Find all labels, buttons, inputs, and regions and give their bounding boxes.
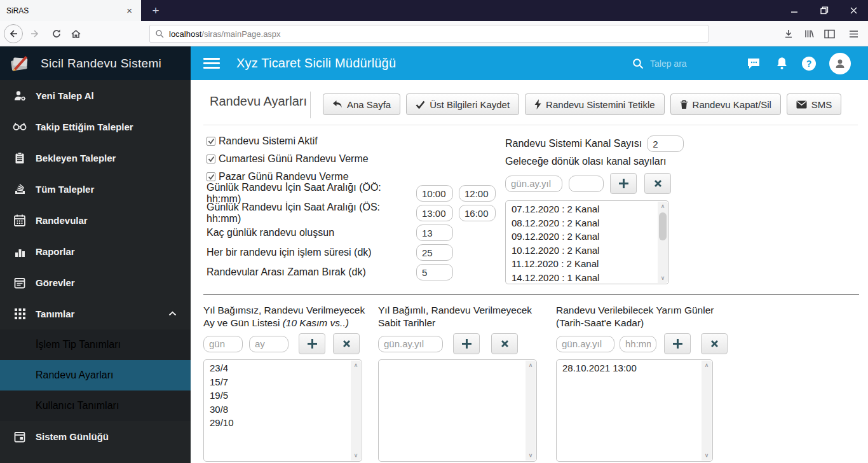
list-item[interactable]: 11.12.2020 : 2 Kanal [506, 257, 657, 271]
list-item[interactable]: 09.12.2020 : 2 Kanal [506, 230, 657, 244]
morning-start-input[interactable] [416, 185, 453, 202]
close-delete-appointment-button[interactable]: Randevu Kapat/Sil [670, 93, 781, 115]
browser-tab[interactable]: SiRAS × [0, 0, 141, 21]
sidebar-subitem-randevu-ayarlari[interactable]: Randevu Ayarları [0, 360, 191, 390]
scrollbar[interactable]: ∧ ∨ [526, 361, 536, 460]
checkbox-icon[interactable] [207, 172, 215, 181]
scrollbar[interactable]: ∧ ∨ [702, 361, 712, 460]
sms-button[interactable]: SMS [787, 93, 842, 115]
restore-button[interactable] [810, 0, 839, 21]
scroll-up-icon[interactable]: ∧ [658, 202, 668, 211]
save-header-button[interactable]: Üst Bilgileri Kaydet [406, 93, 519, 115]
list-item[interactable]: 23/4 [204, 361, 350, 375]
checkbox-row-saturday[interactable]: Cumartesi Günü Randevu Verme [207, 152, 369, 166]
url-bar[interactable]: localhost/siras/mainPage.aspx [149, 25, 709, 43]
col1-month-input[interactable] [249, 336, 288, 352]
scroll-up-icon[interactable]: ∧ [702, 361, 712, 370]
menu-hamburger-icon[interactable] [845, 25, 862, 42]
col2-clear-button[interactable] [491, 333, 518, 354]
col3-listbox[interactable]: 28.10.2021 13:00 ∧ ∨ [556, 359, 713, 462]
sidebar-subitem-kullanici[interactable]: Kullanıcı Tanımları [0, 390, 191, 421]
new-tab-button[interactable]: + [145, 0, 166, 21]
checkbox-icon[interactable] [207, 155, 215, 163]
scroll-down-icon[interactable]: ∨ [351, 451, 361, 460]
channel-add-button[interactable] [610, 173, 637, 194]
scrollbar[interactable]: ∧ ∨ [658, 202, 668, 283]
channel-date-input[interactable] [505, 176, 562, 192]
home-page-button[interactable]: Ana Sayfa [323, 93, 400, 115]
col3-clear-button[interactable] [701, 333, 728, 354]
sidebar-item-gorevler[interactable]: Görevler [0, 267, 191, 298]
days-count-input[interactable] [416, 225, 453, 241]
list-item[interactable]: 30/8 [204, 403, 350, 417]
channel-count-row: Randevu Sistemi Kanal Sayısı [505, 135, 684, 153]
form-row-morning-hours: Günlük Randevu İçin Saat Aralığı (ÖÖ: hh… [207, 184, 496, 202]
col2-add-button[interactable] [453, 333, 480, 354]
list-item[interactable]: 14.12.2020 : 1 Kanal [506, 271, 657, 283]
channel-count-input[interactable] [647, 135, 684, 152]
sidebar-item-tanimlar[interactable]: Tanımlar [0, 298, 191, 329]
header-search[interactable] [632, 58, 733, 69]
sidebar-item-sistem-gunlugu[interactable]: Sistem Günlüğü [0, 421, 191, 452]
back-button[interactable] [4, 24, 23, 43]
close-button[interactable] [839, 0, 868, 21]
col2-date-input[interactable] [378, 336, 443, 352]
download-icon[interactable] [780, 25, 797, 42]
list-item[interactable]: 08.12.2020 : 2 Kanal [506, 216, 657, 230]
list-item[interactable]: 29/10 [204, 416, 350, 430]
minimize-button[interactable] [780, 0, 809, 21]
notifications-bell-icon[interactable] [770, 46, 793, 80]
trigger-system-button[interactable]: Randevu Sistemini Tetikle [525, 93, 664, 115]
afternoon-start-input[interactable] [416, 205, 453, 221]
sidebar-item-takip-ettigim[interactable]: Takip Ettiğim Talepler [0, 111, 191, 142]
reload-button[interactable] [48, 25, 65, 42]
col3-add-button[interactable] [664, 333, 691, 354]
scroll-up-icon[interactable]: ∧ [526, 361, 536, 370]
col1-clear-button[interactable] [333, 333, 360, 354]
checkbox-row-system-active[interactable]: Randevu Sistemi Aktif [207, 134, 318, 148]
library-icon[interactable] [801, 25, 817, 42]
scrollbar[interactable]: ∧ ∨ [351, 361, 361, 460]
sidebar-item-raporlar[interactable]: Raporlar [0, 236, 191, 267]
scroll-down-icon[interactable]: ∨ [702, 451, 712, 460]
col3-time-input[interactable] [620, 336, 656, 352]
avatar[interactable] [826, 46, 854, 80]
scrollbar-thumb[interactable] [659, 212, 667, 240]
search-input[interactable] [650, 59, 733, 69]
forward-button[interactable] [27, 25, 43, 42]
tab-close-icon[interactable]: × [124, 5, 135, 16]
sidebar-item-randevular[interactable]: Randevular [0, 205, 191, 236]
sidebar-item-yeni-talep[interactable]: Yeni Talep Al [0, 80, 191, 111]
list-item[interactable]: 28.10.2021 13:00 [557, 361, 701, 375]
log-calendar-icon [13, 431, 27, 443]
channel-value-input[interactable] [569, 176, 604, 192]
sidebar-subitem-islem-tip[interactable]: İşlem Tip Tanımları [0, 329, 191, 360]
channel-listbox[interactable]: 07.12.2020 : 2 Kanal08.12.2020 : 2 Kanal… [505, 200, 669, 284]
list-item[interactable]: 19/5 [204, 389, 350, 403]
scroll-up-icon[interactable]: ∧ [351, 361, 361, 370]
checkbox-icon[interactable] [207, 137, 215, 146]
duration-input[interactable] [416, 244, 453, 261]
list-item[interactable]: 07.12.2020 : 2 Kanal [506, 202, 657, 216]
list-item[interactable]: 10.12.2020 : 2 Kanal [506, 244, 657, 258]
col1-add-button[interactable] [299, 333, 325, 354]
sidebar-toggle-icon[interactable] [821, 25, 837, 42]
help-icon[interactable]: ? [797, 46, 820, 80]
morning-end-input[interactable] [459, 185, 496, 202]
afternoon-end-input[interactable] [459, 205, 496, 221]
channel-clear-button[interactable] [644, 173, 671, 194]
grid-icon [13, 308, 27, 319]
scroll-down-icon[interactable]: ∨ [658, 273, 668, 283]
list-item[interactable]: 15/7 [204, 375, 350, 389]
col2-listbox[interactable]: ∧ ∨ [378, 359, 537, 462]
sidebar-item-bekleyen[interactable]: Bekleyen Talepler [0, 142, 191, 174]
scroll-down-icon[interactable]: ∨ [526, 451, 536, 460]
col1-listbox[interactable]: 23/415/719/530/829/10 ∧ ∨ [203, 359, 362, 462]
col1-day-input[interactable] [203, 336, 243, 352]
col3-date-input[interactable] [556, 336, 614, 352]
gap-input[interactable] [416, 264, 453, 280]
sidebar-hamburger-icon[interactable] [203, 58, 220, 69]
messages-icon[interactable] [742, 46, 765, 80]
home-button[interactable] [67, 25, 84, 42]
sidebar-item-tum-talepler[interactable]: Tüm Talepler [0, 174, 191, 205]
